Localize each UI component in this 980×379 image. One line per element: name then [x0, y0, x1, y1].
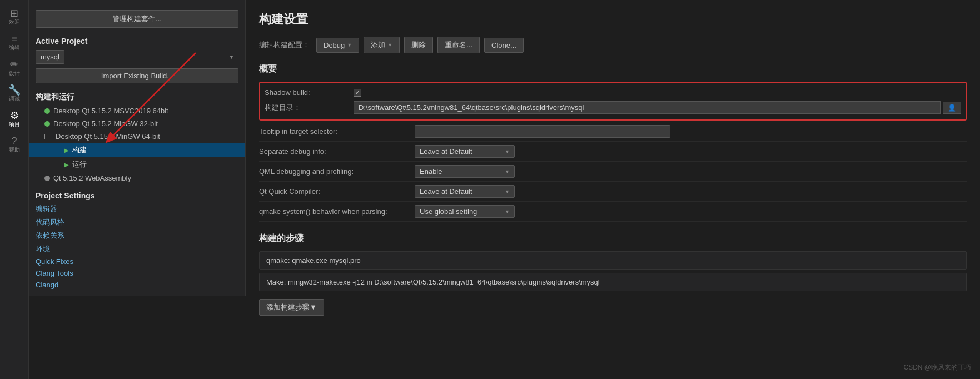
icon-bar: ⊞ 欢迎 ≡ 编辑 ✏ 设计 🔧 调试 ⚙ 项目 ? 帮助	[0, 0, 29, 379]
shadow-build-highlight-box: Shadow build: ✓ 构建目录： 👤	[259, 82, 967, 121]
project-dropdown-row: mysql	[36, 50, 238, 64]
add-build-step-button[interactable]: 添加构建步骤▼	[259, 299, 324, 316]
project-settings-clangd[interactable]: Clangd	[29, 279, 245, 291]
dropdown-arrow: ▼	[505, 209, 510, 215]
project-settings-editor[interactable]: 编辑器	[29, 202, 245, 216]
tree-item-label: Desktop Qt 5.15.2 MinGW 64-bit	[56, 132, 160, 141]
icon-bar-help[interactable]: ? 帮助	[2, 132, 27, 157]
build-and-run-title: 构建和运行	[29, 86, 245, 104]
project-settings-clang-tools[interactable]: Clang Tools	[29, 267, 245, 279]
tree-item-label: 运行	[72, 159, 87, 169]
tree-item-run[interactable]: ▶ 运行	[29, 157, 245, 172]
separate-debug-dropdown[interactable]: Leave at Default ▼	[415, 145, 515, 158]
project-dropdown-wrapper: mysql	[36, 50, 238, 64]
build-steps-title: 构建的步骤	[259, 233, 967, 245]
shadow-build-checkbox[interactable]: ✓	[354, 89, 361, 97]
project-dropdown[interactable]: mysql	[36, 50, 64, 64]
kit-inactive-indicator	[44, 176, 50, 181]
edit-config-label: 编辑构建配置：	[259, 40, 310, 50]
qml-debugging-dropdown[interactable]: Enable ▼	[415, 165, 515, 178]
qt-quick-compiler-label: Qt Quick Compiler:	[259, 187, 415, 196]
welcome-label: 欢迎	[9, 19, 20, 25]
toolbar-row: 编辑构建配置： Debug ▼ 添加 ▼ 删除 重命名... Clone...	[259, 37, 967, 53]
debug-dropdown-arrow: ▼	[347, 42, 352, 48]
build-dir-input[interactable]	[354, 101, 941, 114]
run-arrow-icon: ▶	[64, 162, 69, 168]
sidebar: 管理构建套件... Active Project mysql Import Ex…	[29, 0, 246, 296]
remove-config-button[interactable]: 删除	[404, 37, 433, 53]
qml-debugging-label: QML debugging and profiling:	[259, 167, 415, 176]
dropdown-arrow: ▼	[505, 189, 510, 195]
qmake-behavior-label: qmake system() behavior when parsing:	[259, 207, 415, 216]
build-arrow-icon: ▶	[64, 147, 69, 153]
dropdown-arrow: ▼	[505, 169, 510, 174]
icon-bar-design[interactable]: ✏ 设计	[2, 56, 27, 80]
shadow-build-checkbox-wrap: ✓	[354, 89, 361, 97]
clone-config-button[interactable]: Clone...	[484, 38, 524, 53]
debug-dropdown-button[interactable]: Debug ▼	[316, 38, 359, 53]
project-label: 项目	[9, 122, 20, 127]
build-steps-section: 构建的步骤 qmake: qmake.exe mysql.pro Make: m…	[259, 233, 967, 316]
add-dropdown-arrow: ▼	[387, 42, 392, 48]
project-settings-title: Project Settings	[29, 184, 245, 202]
settings-form: Tooltip in target selector: Separate deb…	[259, 122, 967, 222]
project-icon: ⚙	[10, 111, 19, 121]
active-project-title: Active Project	[29, 32, 245, 48]
icon-bar-debug[interactable]: 🔧 调试	[2, 81, 27, 106]
tree-item-label: 构建	[72, 145, 87, 155]
step-make: Make: mingw32-make.exe -j12 in D:\softwa…	[259, 273, 967, 291]
icon-bar-project[interactable]: ⚙ 项目	[2, 107, 27, 131]
qmake-behavior-dropdown[interactable]: Use global setting ▼	[415, 205, 515, 218]
build-dir-row: 构建目录： 👤	[265, 99, 961, 116]
add-config-button[interactable]: 添加 ▼	[364, 37, 400, 53]
icon-bar-edit[interactable]: ≡ 编辑	[2, 30, 27, 54]
shadow-build-label: Shadow build:	[265, 88, 354, 97]
welcome-icon: ⊞	[10, 8, 18, 18]
import-existing-build-button[interactable]: Import Existing Build...	[36, 68, 238, 83]
main-content: 构建设置 编辑构建配置： Debug ▼ 添加 ▼ 删除 重命名... Clon…	[246, 0, 980, 379]
overview-section-title: 概要	[259, 63, 967, 75]
edit-label: 编辑	[9, 45, 20, 51]
kit-active-indicator	[44, 121, 50, 127]
qt-quick-compiler-dropdown[interactable]: Leave at Default ▼	[415, 185, 515, 198]
help-icon: ?	[11, 136, 17, 146]
separate-debug-label: Separate debug info:	[259, 147, 415, 156]
help-label: 帮助	[9, 147, 20, 153]
tree-item-build[interactable]: ▶ 构建	[29, 143, 245, 157]
qt-quick-compiler-row: Qt Quick Compiler: Leave at Default ▼	[259, 182, 967, 202]
step-qmake: qmake: qmake.exe mysql.pro	[259, 251, 967, 270]
build-dir-label: 构建目录：	[265, 103, 354, 113]
icon-bar-welcome[interactable]: ⊞ 欢迎	[2, 4, 27, 29]
tree-item-webassembly[interactable]: Qt 5.15.2 WebAssembly	[29, 172, 245, 184]
tooltip-input[interactable]	[415, 125, 670, 138]
tooltip-row: Tooltip in target selector:	[259, 122, 967, 142]
debug-icon: 🔧	[8, 85, 21, 95]
monitor-icon	[44, 134, 52, 139]
edit-icon: ≡	[11, 34, 17, 44]
shadow-build-row: Shadow build: ✓	[265, 86, 961, 99]
watermark: CSDN @晚风来的正巧	[903, 363, 971, 372]
tree-item-desktop-msvc[interactable]: Desktop Qt 5.15.2 MSVC2019 64bit	[29, 104, 245, 117]
rename-config-button[interactable]: 重命名...	[437, 37, 480, 53]
project-settings-dependencies[interactable]: 依赖关系	[29, 229, 245, 242]
project-settings-quick-fixes[interactable]: Quick Fixes	[29, 256, 245, 267]
kit-active-indicator	[44, 108, 50, 114]
manage-build-kits-button[interactable]: 管理构建套件...	[36, 10, 238, 28]
qmake-behavior-row: qmake system() behavior when parsing: Us…	[259, 202, 967, 222]
tree-item-desktop-mingw32[interactable]: Desktop Qt 5.15.2 MinGW 32-bit	[29, 117, 245, 130]
build-dir-input-row: 👤	[354, 101, 961, 114]
tooltip-label: Tooltip in target selector:	[259, 127, 415, 136]
debug-label: 调试	[9, 96, 20, 102]
qml-debugging-row: QML debugging and profiling: Enable ▼	[259, 162, 967, 182]
tree-item-label: Desktop Qt 5.15.2 MSVC2019 64bit	[53, 107, 168, 115]
dropdown-arrow: ▼	[505, 149, 510, 154]
design-icon: ✏	[10, 59, 18, 69]
separate-debug-row: Separate debug info: Leave at Default ▼	[259, 142, 967, 162]
build-dir-browse-button[interactable]: 👤	[943, 102, 961, 114]
design-label: 设计	[9, 71, 20, 76]
tree-item-desktop-mingw64[interactable]: Desktop Qt 5.15.2 MinGW 64-bit	[29, 130, 245, 143]
project-settings-env[interactable]: 环境	[29, 242, 245, 256]
project-settings-code-style[interactable]: 代码风格	[29, 216, 245, 229]
page-title: 构建设置	[259, 11, 967, 28]
tree-item-label: Qt 5.15.2 WebAssembly	[53, 174, 131, 182]
